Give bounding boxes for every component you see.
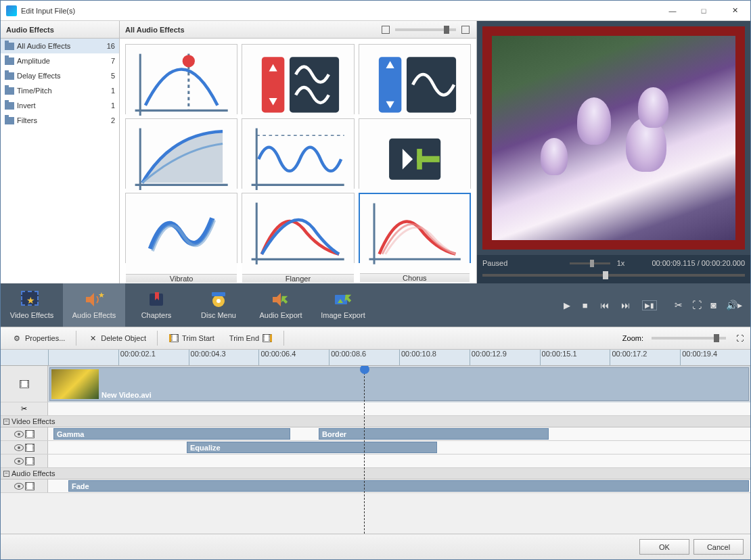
tab-disc-menu[interactable]: Disc Menu: [187, 283, 250, 327]
folder-icon: [5, 72, 14, 80]
effect-track[interactable]: Fade: [48, 480, 750, 492]
scissors-icon: ✂: [21, 404, 27, 413]
fade-clip[interactable]: Fade: [68, 480, 749, 492]
view-large-icon[interactable]: [461, 26, 470, 34]
delete-object-button[interactable]: ✕ Delete Object: [82, 330, 152, 346]
cut-button[interactable]: ✂: [675, 300, 683, 310]
seek-bar[interactable]: [477, 271, 750, 283]
tab-label: Disc Menu: [201, 311, 236, 319]
category-time-pitch[interactable]: Time/Pitch 1: [1, 83, 119, 98]
volume-button[interactable]: 🔊▸: [726, 300, 742, 310]
trim-end-button[interactable]: Trim End: [224, 330, 278, 346]
dialog-footer: OK Cancel: [1, 534, 750, 559]
category-delay-effects[interactable]: Delay Effects 5: [1, 68, 119, 83]
tab-video-effects[interactable]: ★ Video Effects: [1, 283, 63, 327]
loop-button[interactable]: ▶▮: [642, 300, 657, 310]
tab-audio-export[interactable]: Audio Export: [250, 283, 312, 327]
minimize-button[interactable]: ―: [657, 1, 688, 21]
category-all-audio-effects[interactable]: All Audio Effects 16: [1, 39, 119, 53]
view-small-icon[interactable]: [382, 26, 390, 34]
effect-vibrato[interactable]: Vibrato: [125, 193, 237, 263]
trim-start-icon: [168, 333, 179, 344]
fit-zoom-icon[interactable]: ⛶: [734, 333, 745, 344]
timeline-zoom-slider[interactable]: [652, 337, 726, 340]
preview-status-bar: Paused 1x 00:00:09.115 / 00:00:20.000: [477, 255, 750, 271]
fullscreen-button[interactable]: ⛶: [692, 300, 702, 310]
preview-video[interactable]: [482, 26, 745, 250]
close-button[interactable]: ✕: [719, 1, 750, 21]
eye-icon[interactable]: [14, 458, 24, 465]
effects-header: All Audio Effects: [120, 21, 476, 39]
play-button[interactable]: ▶: [564, 300, 570, 310]
eye-icon[interactable]: [14, 444, 24, 451]
track-area: New Video.avi ✂ −Video Effects Gamma Bor…: [1, 366, 750, 534]
main-toolbar: ★ Video Effects ★ Audio Effects Chapters…: [1, 283, 750, 327]
next-frame-button[interactable]: ⏭: [621, 300, 630, 310]
effect-track[interactable]: Equalize: [48, 441, 750, 454]
effects-sidebar: Audio Effects All Audio Effects 16 Ampli…: [1, 21, 120, 283]
film-icon: [25, 457, 35, 465]
window-title: Edit Input File(s): [21, 7, 657, 15]
video-track-head: [1, 366, 48, 402]
category-amplitude[interactable]: Amplitude 7: [1, 53, 119, 68]
stop-button[interactable]: ■: [583, 300, 588, 310]
cancel-button[interactable]: Cancel: [693, 539, 744, 555]
effect-track[interactable]: Gamma Border: [48, 427, 750, 440]
maximize-button[interactable]: □: [688, 1, 719, 21]
playhead[interactable]: [364, 366, 365, 534]
video-track[interactable]: New Video.avi: [48, 366, 750, 402]
eye-icon[interactable]: [14, 431, 24, 438]
properties-button[interactable]: ⚙ Properties...: [6, 330, 70, 346]
tab-label: Chapters: [141, 311, 172, 319]
preview-panel: Paused 1x 00:00:09.115 / 00:00:20.000: [477, 21, 750, 283]
silence-thumb: [359, 119, 470, 200]
time-ruler[interactable]: 00:00:02.1 00:00:04.3 00:00:06.4 00:00:0…: [1, 350, 750, 366]
bookmark-icon: [145, 291, 167, 308]
tab-image-export[interactable]: Image Export: [312, 283, 374, 327]
category-filters[interactable]: Filters 2: [1, 113, 119, 128]
effect-compressor[interactable]: Compressor: [242, 44, 354, 114]
effect-track[interactable]: [48, 454, 750, 467]
prev-frame-button[interactable]: ⏮: [600, 300, 609, 310]
preview-tools: ✂ ⛶ ◙ 🔊▸: [666, 283, 750, 327]
clip-label: New Video.avi: [101, 391, 152, 399]
equalize-clip[interactable]: Equalize: [187, 442, 437, 453]
sidebar-header: Audio Effects: [1, 21, 119, 39]
effect-label: Vibrato: [126, 274, 237, 283]
effect-silence[interactable]: Silence: [359, 118, 471, 189]
eye-icon[interactable]: [14, 483, 24, 490]
gamma-clip[interactable]: Gamma: [53, 428, 290, 440]
fx-track-head: [1, 441, 48, 454]
ok-button[interactable]: OK: [639, 539, 689, 555]
cut-track[interactable]: [48, 402, 750, 415]
audio-effects-section[interactable]: −Audio Effects: [1, 468, 750, 480]
thumbnail-size-slider[interactable]: [395, 28, 456, 31]
effect-expander[interactable]: Expander: [359, 44, 471, 114]
effect-chorus[interactable]: Chorus: [359, 193, 471, 263]
app-icon: [6, 5, 17, 16]
speed-slider[interactable]: [570, 262, 610, 264]
category-invert[interactable]: Invert 1: [1, 98, 119, 113]
fx-track-head: [1, 427, 48, 440]
film-icon: ★: [21, 291, 39, 306]
effect-flanger[interactable]: Flanger: [242, 193, 354, 263]
snapshot-button[interactable]: ◙: [711, 300, 716, 310]
effect-label: Flanger: [242, 274, 353, 283]
border-clip[interactable]: Border: [319, 428, 549, 440]
preview-frame: [492, 36, 735, 240]
image-export-icon: [332, 291, 354, 308]
trim-start-button[interactable]: Trim Start: [163, 330, 220, 346]
effect-normalize[interactable]: Normalize: [242, 118, 354, 189]
tab-chapters[interactable]: Chapters: [125, 283, 187, 327]
expander-thumb: [359, 45, 470, 125]
effect-amplify[interactable]: Amplify: [125, 44, 237, 114]
video-clip[interactable]: New Video.avi: [49, 367, 749, 401]
effect-fade[interactable]: Fade: [125, 118, 237, 189]
normalize-thumb: [242, 119, 353, 200]
tab-audio-effects[interactable]: ★ Audio Effects: [63, 283, 125, 327]
amplify-thumb: [126, 45, 237, 125]
film-icon: [25, 444, 35, 452]
video-effects-section[interactable]: −Video Effects: [1, 416, 750, 427]
tab-label: Audio Effects: [72, 311, 116, 319]
scissors-track-head: ✂: [1, 402, 48, 415]
